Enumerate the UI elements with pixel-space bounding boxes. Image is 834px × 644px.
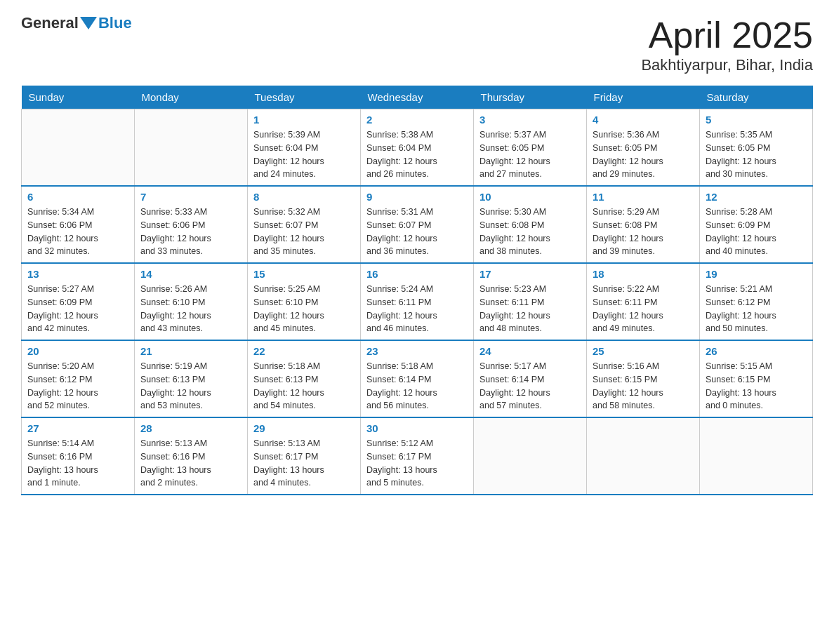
calendar-cell: 27Sunrise: 5:14 AM Sunset: 6:16 PM Dayli… xyxy=(22,417,135,495)
weekday-header-friday: Friday xyxy=(587,86,700,109)
day-number: 2 xyxy=(366,114,468,126)
calendar-cell: 6Sunrise: 5:34 AM Sunset: 6:06 PM Daylig… xyxy=(22,186,135,263)
day-info: Sunrise: 5:19 AM Sunset: 6:13 PM Dayligh… xyxy=(140,360,241,412)
day-info: Sunrise: 5:30 AM Sunset: 6:08 PM Dayligh… xyxy=(479,206,581,258)
calendar-cell: 4Sunrise: 5:36 AM Sunset: 6:05 PM Daylig… xyxy=(587,109,700,187)
day-info: Sunrise: 5:24 AM Sunset: 6:11 PM Dayligh… xyxy=(366,283,468,335)
calendar-cell: 30Sunrise: 5:12 AM Sunset: 6:17 PM Dayli… xyxy=(361,417,474,495)
day-number: 25 xyxy=(593,345,694,357)
day-number: 1 xyxy=(253,114,355,126)
day-info: Sunrise: 5:12 AM Sunset: 6:17 PM Dayligh… xyxy=(366,437,468,490)
day-number: 23 xyxy=(366,345,468,357)
calendar-table: SundayMondayTuesdayWednesdayThursdayFrid… xyxy=(21,86,813,495)
day-info: Sunrise: 5:37 AM Sunset: 6:05 PM Dayligh… xyxy=(479,128,581,181)
day-number: 11 xyxy=(593,191,694,203)
day-info: Sunrise: 5:15 AM Sunset: 6:15 PM Dayligh… xyxy=(706,360,807,412)
calendar-cell: 8Sunrise: 5:32 AM Sunset: 6:07 PM Daylig… xyxy=(248,186,361,263)
calendar-cell xyxy=(587,417,700,495)
calendar-cell xyxy=(22,109,135,187)
day-info: Sunrise: 5:20 AM Sunset: 6:12 PM Dayligh… xyxy=(27,360,128,412)
day-number: 20 xyxy=(27,345,128,357)
weekday-header-tuesday: Tuesday xyxy=(248,86,361,109)
calendar-cell: 1Sunrise: 5:39 AM Sunset: 6:04 PM Daylig… xyxy=(248,109,361,187)
weekday-header-saturday: Saturday xyxy=(700,86,813,109)
day-number: 17 xyxy=(479,268,581,280)
calendar-cell: 18Sunrise: 5:22 AM Sunset: 6:11 PM Dayli… xyxy=(587,263,700,340)
day-info: Sunrise: 5:29 AM Sunset: 6:08 PM Dayligh… xyxy=(593,206,694,258)
calendar-cell: 15Sunrise: 5:25 AM Sunset: 6:10 PM Dayli… xyxy=(248,263,361,340)
day-number: 12 xyxy=(706,191,807,203)
logo-general-text: General xyxy=(21,14,79,32)
calendar-week-1: 1Sunrise: 5:39 AM Sunset: 6:04 PM Daylig… xyxy=(22,109,813,187)
calendar-cell: 16Sunrise: 5:24 AM Sunset: 6:11 PM Dayli… xyxy=(361,263,474,340)
logo-arrow-icon xyxy=(80,17,97,29)
day-info: Sunrise: 5:31 AM Sunset: 6:07 PM Dayligh… xyxy=(366,206,468,258)
day-number: 9 xyxy=(366,191,468,203)
title-section: April 2025 Bakhtiyarpur, Bihar, India xyxy=(641,14,813,74)
day-info: Sunrise: 5:16 AM Sunset: 6:15 PM Dayligh… xyxy=(593,360,694,412)
day-info: Sunrise: 5:13 AM Sunset: 6:17 PM Dayligh… xyxy=(253,437,355,490)
calendar-cell xyxy=(700,417,813,495)
day-info: Sunrise: 5:36 AM Sunset: 6:05 PM Dayligh… xyxy=(593,128,694,181)
day-info: Sunrise: 5:21 AM Sunset: 6:12 PM Dayligh… xyxy=(706,283,807,335)
calendar-cell: 20Sunrise: 5:20 AM Sunset: 6:12 PM Dayli… xyxy=(22,340,135,417)
day-number: 8 xyxy=(253,191,355,203)
logo-blue-text: Blue xyxy=(98,14,132,32)
day-number: 5 xyxy=(706,114,807,126)
day-info: Sunrise: 5:35 AM Sunset: 6:05 PM Dayligh… xyxy=(706,128,807,181)
day-number: 24 xyxy=(479,345,581,357)
day-number: 4 xyxy=(593,114,694,126)
calendar-cell: 11Sunrise: 5:29 AM Sunset: 6:08 PM Dayli… xyxy=(587,186,700,263)
calendar-cell: 19Sunrise: 5:21 AM Sunset: 6:12 PM Dayli… xyxy=(700,263,813,340)
weekday-header-wednesday: Wednesday xyxy=(361,86,474,109)
calendar-cell: 9Sunrise: 5:31 AM Sunset: 6:07 PM Daylig… xyxy=(361,186,474,263)
calendar-cell: 28Sunrise: 5:13 AM Sunset: 6:16 PM Dayli… xyxy=(135,417,248,495)
calendar-cell: 14Sunrise: 5:26 AM Sunset: 6:10 PM Dayli… xyxy=(135,263,248,340)
day-info: Sunrise: 5:18 AM Sunset: 6:13 PM Dayligh… xyxy=(253,360,355,412)
calendar-cell: 10Sunrise: 5:30 AM Sunset: 6:08 PM Dayli… xyxy=(474,186,587,263)
calendar-cell: 7Sunrise: 5:33 AM Sunset: 6:06 PM Daylig… xyxy=(135,186,248,263)
day-number: 3 xyxy=(479,114,581,126)
calendar-cell: 25Sunrise: 5:16 AM Sunset: 6:15 PM Dayli… xyxy=(587,340,700,417)
day-number: 13 xyxy=(27,268,128,280)
day-number: 16 xyxy=(366,268,468,280)
day-info: Sunrise: 5:18 AM Sunset: 6:14 PM Dayligh… xyxy=(366,360,468,412)
day-info: Sunrise: 5:17 AM Sunset: 6:14 PM Dayligh… xyxy=(479,360,581,412)
day-info: Sunrise: 5:26 AM Sunset: 6:10 PM Dayligh… xyxy=(140,283,241,335)
calendar-week-3: 13Sunrise: 5:27 AM Sunset: 6:09 PM Dayli… xyxy=(22,263,813,340)
calendar-cell: 23Sunrise: 5:18 AM Sunset: 6:14 PM Dayli… xyxy=(361,340,474,417)
calendar-cell: 24Sunrise: 5:17 AM Sunset: 6:14 PM Dayli… xyxy=(474,340,587,417)
calendar-week-2: 6Sunrise: 5:34 AM Sunset: 6:06 PM Daylig… xyxy=(22,186,813,263)
day-info: Sunrise: 5:23 AM Sunset: 6:11 PM Dayligh… xyxy=(479,283,581,335)
day-info: Sunrise: 5:33 AM Sunset: 6:06 PM Dayligh… xyxy=(140,206,241,258)
logo: General Blue xyxy=(21,14,132,32)
calendar-cell xyxy=(135,109,248,187)
day-number: 29 xyxy=(253,422,355,434)
location-subtitle: Bakhtiyarpur, Bihar, India xyxy=(641,56,813,74)
day-number: 6 xyxy=(27,191,128,203)
day-info: Sunrise: 5:13 AM Sunset: 6:16 PM Dayligh… xyxy=(140,437,241,490)
day-info: Sunrise: 5:38 AM Sunset: 6:04 PM Dayligh… xyxy=(366,128,468,181)
calendar-body: 1Sunrise: 5:39 AM Sunset: 6:04 PM Daylig… xyxy=(22,109,813,495)
day-number: 15 xyxy=(253,268,355,280)
day-number: 22 xyxy=(253,345,355,357)
day-number: 7 xyxy=(140,191,241,203)
day-info: Sunrise: 5:27 AM Sunset: 6:09 PM Dayligh… xyxy=(27,283,128,335)
weekday-row: SundayMondayTuesdayWednesdayThursdayFrid… xyxy=(22,86,813,109)
calendar-header: SundayMondayTuesdayWednesdayThursdayFrid… xyxy=(22,86,813,109)
weekday-header-sunday: Sunday xyxy=(22,86,135,109)
day-info: Sunrise: 5:28 AM Sunset: 6:09 PM Dayligh… xyxy=(706,206,807,258)
calendar-cell: 12Sunrise: 5:28 AM Sunset: 6:09 PM Dayli… xyxy=(700,186,813,263)
calendar-cell: 26Sunrise: 5:15 AM Sunset: 6:15 PM Dayli… xyxy=(700,340,813,417)
day-info: Sunrise: 5:32 AM Sunset: 6:07 PM Dayligh… xyxy=(253,206,355,258)
day-info: Sunrise: 5:39 AM Sunset: 6:04 PM Dayligh… xyxy=(253,128,355,181)
calendar-cell: 13Sunrise: 5:27 AM Sunset: 6:09 PM Dayli… xyxy=(22,263,135,340)
day-number: 30 xyxy=(366,422,468,434)
calendar-cell: 22Sunrise: 5:18 AM Sunset: 6:13 PM Dayli… xyxy=(248,340,361,417)
day-info: Sunrise: 5:22 AM Sunset: 6:11 PM Dayligh… xyxy=(593,283,694,335)
calendar-cell: 17Sunrise: 5:23 AM Sunset: 6:11 PM Dayli… xyxy=(474,263,587,340)
weekday-header-monday: Monday xyxy=(135,86,248,109)
day-number: 18 xyxy=(593,268,694,280)
day-number: 19 xyxy=(706,268,807,280)
day-number: 27 xyxy=(27,422,128,434)
